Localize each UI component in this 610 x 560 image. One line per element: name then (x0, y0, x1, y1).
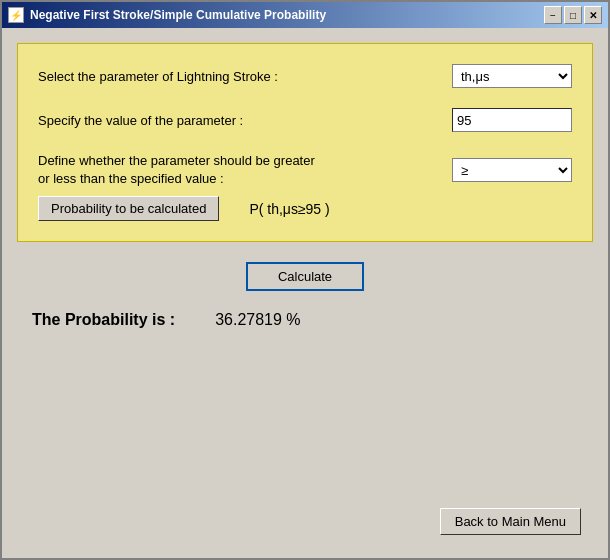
result-label: The Probability is : (32, 311, 175, 329)
bottom-bar: Back to Main Menu (17, 500, 593, 543)
result-value: 36.27819 % (215, 311, 300, 329)
calculate-section: Calculate (17, 262, 593, 291)
prob-button[interactable]: Probability to be calculated (38, 196, 219, 221)
title-bar-left: ⚡ Negative First Stroke/Simple Cumulativ… (8, 7, 326, 23)
value-row: Specify the value of the parameter : (38, 108, 572, 132)
title-buttons: − □ ✕ (544, 6, 602, 24)
condition-label: Define whether the parameter should be g… (38, 152, 315, 188)
condition-select[interactable]: ≥ ≤ > < (452, 158, 572, 182)
title-bar: ⚡ Negative First Stroke/Simple Cumulativ… (2, 2, 608, 28)
window-icon: ⚡ (8, 7, 24, 23)
yellow-panel: Select the parameter of Lightning Stroke… (17, 43, 593, 242)
maximize-button[interactable]: □ (564, 6, 582, 24)
calculate-button[interactable]: Calculate (246, 262, 364, 291)
param-select[interactable]: th,μs Ip,kA tf,μs th/tf (452, 64, 572, 88)
main-window: ⚡ Negative First Stroke/Simple Cumulativ… (0, 0, 610, 560)
param-label: Select the parameter of Lightning Stroke… (38, 69, 278, 84)
condition-row: Define whether the parameter should be g… (38, 152, 572, 188)
value-label: Specify the value of the parameter : (38, 113, 243, 128)
prob-formula: P( th,μs≥95 ) (249, 201, 329, 217)
condition-label-line2: or less than the specified value : (38, 171, 224, 186)
window-title: Negative First Stroke/Simple Cumulative … (30, 8, 326, 22)
param-row: Select the parameter of Lightning Stroke… (38, 64, 572, 88)
condition-label-line1: Define whether the parameter should be g… (38, 153, 315, 168)
minimize-button[interactable]: − (544, 6, 562, 24)
value-input[interactable] (452, 108, 572, 132)
main-content: Select the parameter of Lightning Stroke… (2, 28, 608, 558)
prob-row: Probability to be calculated P( th,μs≥95… (38, 196, 572, 221)
back-button[interactable]: Back to Main Menu (440, 508, 581, 535)
close-button[interactable]: ✕ (584, 6, 602, 24)
result-section: The Probability is : 36.27819 % (17, 301, 593, 339)
